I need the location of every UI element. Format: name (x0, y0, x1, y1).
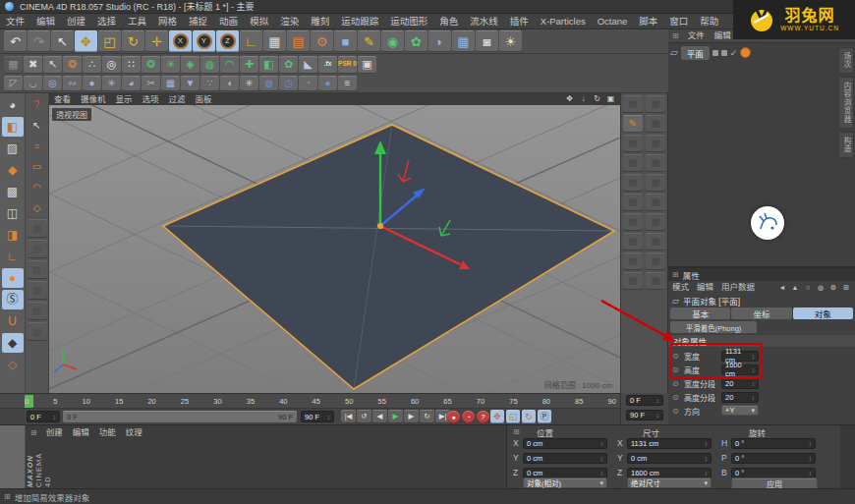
key-position-toggle[interactable]: ✥ (490, 410, 504, 423)
keyframe-dot-icon[interactable] (672, 379, 679, 388)
indent-list-icon[interactable]: ≡ (338, 76, 357, 91)
panel-menu-icon[interactable] (672, 31, 679, 40)
ball-icon[interactable]: ◔ (299, 76, 317, 91)
gray-burst-icon[interactable]: ✳ (240, 76, 258, 91)
add-cube-icon[interactable]: ■ (334, 30, 357, 52)
xp-flower-icon[interactable]: ✿ (279, 56, 298, 74)
menu-item[interactable]: 选择 (91, 14, 122, 28)
menu-item[interactable]: 角色 (433, 14, 464, 28)
keyframe-dot-icon[interactable] (672, 407, 679, 416)
viewport-menu-item[interactable]: 选项 (138, 93, 164, 105)
magnet-icon[interactable]: U (2, 311, 24, 331)
key-rotation-toggle[interactable]: ↻ (522, 410, 536, 423)
camera-icon[interactable]: ◙ (476, 30, 498, 52)
record-state-icon[interactable]: ▣ (358, 56, 376, 74)
environment-icon[interactable]: ◗ (428, 30, 451, 52)
points-mode-icon[interactable]: ▩ (2, 182, 24, 201)
disabled-slot-icon[interactable]: ▩ (623, 135, 643, 152)
corner-arrow-icon[interactable]: ◸ (4, 76, 23, 91)
circle-select-icon[interactable]: ○ (28, 137, 47, 155)
object-manager-menu-item[interactable]: 编辑 (710, 29, 736, 42)
scale-tool-icon[interactable]: ◰ (98, 30, 121, 52)
phong-tag-icon[interactable] (740, 47, 751, 58)
workplane-mode-icon[interactable]: ◆ (2, 160, 24, 180)
subdivision-surface-icon[interactable]: ◉ (381, 30, 404, 52)
position-y-field[interactable]: 0 cm (523, 453, 607, 464)
gear-icon[interactable]: ⚙ (828, 283, 838, 293)
rotation-p-field[interactable]: 0 ° (731, 453, 816, 464)
timeline-ruler[interactable]: 051015202530354045505560657075808590 (0, 393, 620, 408)
tab-object[interactable]: 对象 (793, 308, 853, 319)
tab-phong[interactable]: 平滑着色(Phong) (670, 321, 757, 333)
menu-item[interactable]: 文件 (0, 14, 30, 28)
attributes-menu-item[interactable]: 模式 (668, 280, 693, 295)
play-button[interactable]: ▶ (388, 410, 403, 423)
keyframe-dot-icon[interactable] (672, 393, 679, 402)
xp-emitter-icon[interactable]: ❂ (142, 56, 160, 74)
next-frame-button[interactable]: ▶ (404, 410, 419, 423)
workplane-unlock-icon[interactable]: ◇ (2, 355, 24, 374)
help-icon[interactable]: ? (28, 95, 47, 114)
x-axis-lock-icon[interactable]: X (169, 30, 192, 52)
panel-menu-icon[interactable] (513, 427, 520, 436)
dock-tab[interactable]: 内容浏览器 (838, 77, 854, 129)
prev-frame-button[interactable]: ◀ (372, 410, 387, 423)
record-keyframe-button[interactable]: ● (447, 411, 460, 423)
material-menu-item[interactable]: 功能 (94, 425, 121, 440)
menu-item[interactable]: 工具 (122, 14, 152, 28)
globe-icon[interactable]: ◍ (259, 76, 278, 91)
viewport-menu-item[interactable]: 过滤 (164, 93, 191, 105)
pan-view-icon[interactable]: ✥ (564, 94, 575, 104)
menu-item[interactable]: 动画 (213, 14, 244, 28)
key-parameter-toggle[interactable]: Ⓟ (538, 410, 551, 423)
menu-item[interactable]: Octane (592, 14, 634, 28)
autokey-button[interactable]: ◔ (462, 411, 475, 423)
mouse-mode-icon[interactable]: ● (2, 268, 24, 288)
y-axis-lock-icon[interactable]: Y (193, 30, 215, 52)
disabled-slot-icon[interactable]: ▩ (623, 252, 643, 270)
fx-icon[interactable]: .fx (318, 56, 337, 74)
attribute-value-field[interactable]: 20 (721, 392, 759, 403)
disabled-slot-icon[interactable]: ▩ (623, 272, 643, 290)
menu-item[interactable]: 模拟 (244, 14, 274, 28)
menu-item[interactable]: 运动跟踪 (335, 14, 384, 28)
panel-menu-icon[interactable] (30, 428, 37, 437)
object-name[interactable]: 平面 (681, 46, 710, 60)
model-mode-icon[interactable]: ◧ (2, 117, 24, 137)
mini-end-field[interactable]: 90 F (626, 410, 663, 420)
xp-dynamics-icon[interactable]: ◍ (200, 56, 219, 74)
disabled-slot-icon[interactable]: ▩ (623, 233, 643, 251)
axis-mode-icon[interactable]: ∟ (2, 247, 24, 266)
orange-gear-icon[interactable]: ❂ (63, 56, 82, 74)
grid-points-icon[interactable]: ∷ (122, 56, 141, 74)
viewport-menu-item[interactable]: 面板 (191, 93, 217, 105)
move-tool-icon[interactable]: ✥ (75, 30, 97, 52)
disabled-slot-icon[interactable]: ▩ (646, 272, 665, 290)
render-settings-icon[interactable]: ⚙ (311, 30, 333, 52)
material-menu-item[interactable]: 纹理 (121, 425, 147, 440)
burst-icon[interactable]: ✳ (102, 76, 121, 91)
ring-points-icon[interactable]: ◎ (102, 56, 121, 74)
disabled-slot-icon[interactable]: ▩ (646, 135, 665, 152)
snap-icon[interactable]: Ⓢ (2, 290, 24, 309)
disabled-slot-icon[interactable]: ▩ (623, 154, 643, 172)
keyframe-dot-icon[interactable] (672, 365, 679, 374)
object-row-plane[interactable]: ▱ 平面 ✓ (670, 46, 751, 59)
menu-item[interactable]: 创建 (61, 14, 91, 28)
disabled-slot-icon[interactable]: ▩ (28, 240, 47, 258)
keyframe-dot-icon[interactable] (672, 352, 679, 361)
enabled-check-icon[interactable]: ✓ (730, 48, 738, 58)
xp-tool-icon[interactable]: ✚ (240, 56, 258, 74)
mini-start-field[interactable]: 0 F (626, 395, 663, 406)
mesh-grid-icon[interactable]: ▦ (161, 76, 180, 91)
pen-spline-icon[interactable]: ✎ (358, 30, 380, 52)
disabled-slot-icon[interactable]: ▩ (28, 322, 47, 341)
viewport-canvas[interactable]: 透视视图 网格范围 : 1000 cm (49, 105, 620, 393)
disabled-slot-icon[interactable]: ▩ (623, 95, 643, 113)
panel-menu-icon[interactable] (672, 270, 679, 279)
disabled-slot-icon[interactable]: ▩ (623, 194, 643, 211)
lasso-select-icon[interactable]: ◠ (28, 178, 47, 196)
keyframe-help-button[interactable]: ? (477, 411, 489, 423)
object-manager-menu-item[interactable]: 文件 (683, 29, 710, 42)
key-scale-toggle[interactable]: ◱ (506, 410, 520, 423)
